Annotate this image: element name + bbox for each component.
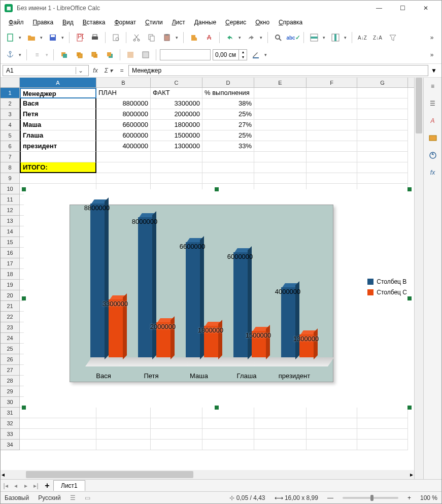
row-header[interactable]: 4 xyxy=(1,120,20,130)
paste-icon[interactable] xyxy=(160,31,174,44)
cell[interactable] xyxy=(307,130,357,141)
cell[interactable] xyxy=(202,429,254,440)
tab-add-icon[interactable]: + xyxy=(41,481,53,490)
row-header[interactable]: 34 xyxy=(1,440,20,450)
tab-next-icon[interactable]: ▸ xyxy=(21,482,31,489)
cell[interactable]: 3300000 xyxy=(151,98,202,109)
cell[interactable] xyxy=(151,152,202,162)
cell[interactable] xyxy=(254,418,307,429)
row-header[interactable]: 9 xyxy=(1,173,20,184)
cell[interactable] xyxy=(254,440,307,450)
open-icon[interactable] xyxy=(25,31,38,44)
row-header[interactable]: 29 xyxy=(1,386,20,397)
cell[interactable] xyxy=(357,440,408,450)
cell[interactable]: % выполнения xyxy=(202,88,254,98)
row-header[interactable]: 3 xyxy=(1,109,20,120)
spinner-down-icon[interactable]: ▾ xyxy=(239,55,247,60)
cell[interactable] xyxy=(307,173,357,184)
cell[interactable] xyxy=(254,109,307,120)
cell[interactable]: Вася xyxy=(20,98,96,109)
menu-file[interactable]: Файл xyxy=(5,17,28,28)
horizontal-scrollbar[interactable]: ◂▸ xyxy=(1,470,414,479)
sidebar-settings-icon[interactable]: ≡ xyxy=(427,81,438,92)
cell[interactable] xyxy=(96,418,151,429)
row-header[interactable]: 33 xyxy=(1,429,20,440)
menu-insert[interactable]: Вставка xyxy=(79,17,110,28)
save-icon[interactable] xyxy=(46,31,59,44)
cell[interactable] xyxy=(96,162,151,173)
new-icon[interactable] xyxy=(4,31,17,44)
cell[interactable]: 38% xyxy=(202,98,254,109)
row-header[interactable]: 28 xyxy=(1,376,20,386)
cell[interactable] xyxy=(202,173,254,184)
status-zoom[interactable]: 100 % xyxy=(420,494,437,501)
cell[interactable] xyxy=(357,88,408,98)
cell[interactable] xyxy=(151,440,202,450)
row-header[interactable]: 27 xyxy=(1,365,20,376)
chart-resize-handle[interactable] xyxy=(407,406,412,410)
cell[interactable] xyxy=(96,429,151,440)
arrange-forward-icon[interactable] xyxy=(73,48,86,61)
cell[interactable]: ПЛАН xyxy=(96,88,151,98)
close-button[interactable]: ✕ xyxy=(414,1,437,15)
cell[interactable] xyxy=(151,429,202,440)
cell[interactable]: 8800000 xyxy=(96,98,151,109)
cell[interactable] xyxy=(202,162,254,173)
print-preview-icon[interactable] xyxy=(109,31,122,44)
cell[interactable]: 25% xyxy=(202,109,254,120)
cell-reference-dropdown-icon[interactable]: ⌄ xyxy=(76,67,85,74)
cell-reference-box[interactable]: A1 ⌄ xyxy=(3,65,89,76)
sidebar-styles-icon[interactable]: A xyxy=(427,115,438,126)
column-header[interactable]: G xyxy=(357,78,408,87)
cell[interactable]: Петя xyxy=(20,109,96,120)
cell[interactable]: 1300000 xyxy=(151,141,202,152)
equals-icon[interactable]: = xyxy=(116,65,127,76)
arrange-front-icon[interactable] xyxy=(57,48,71,61)
cell[interactable]: 27% xyxy=(202,120,254,130)
chart-object[interactable]: 0100000020000003000000400000050000006000… xyxy=(24,189,410,408)
row-header[interactable]: 1 xyxy=(1,88,20,98)
cell[interactable]: 8000000 xyxy=(96,109,151,120)
menu-data[interactable]: Данные xyxy=(190,17,220,28)
row-header[interactable]: 10 xyxy=(1,184,20,194)
row-header[interactable]: 26 xyxy=(1,354,20,365)
cell[interactable] xyxy=(357,120,408,130)
cell[interactable]: президент xyxy=(20,141,96,152)
cell[interactable] xyxy=(96,152,151,162)
vertical-scrollbar[interactable] xyxy=(414,78,423,479)
hscroll-thumb[interactable] xyxy=(26,471,193,478)
select-all-corner[interactable] xyxy=(1,78,20,87)
spellcheck-icon[interactable]: abc✓ xyxy=(287,31,300,44)
cell[interactable] xyxy=(357,162,408,173)
redo-icon[interactable] xyxy=(245,31,258,44)
cell[interactable] xyxy=(357,152,408,162)
tab-prev-icon[interactable]: ◂ xyxy=(11,482,21,489)
column-header[interactable]: B xyxy=(96,78,151,87)
row-header[interactable]: 22 xyxy=(1,312,20,322)
column-header[interactable]: A xyxy=(20,78,96,87)
minimize-button[interactable]: — xyxy=(367,1,391,15)
row-icon[interactable] xyxy=(308,31,321,44)
row-header[interactable]: 11 xyxy=(1,194,20,205)
row-header[interactable]: 20 xyxy=(1,290,20,301)
row-header[interactable]: 12 xyxy=(1,205,20,216)
cell[interactable]: ФАКТ xyxy=(151,88,202,98)
column-header[interactable]: E xyxy=(254,78,307,87)
menu-edit[interactable]: Правка xyxy=(29,17,58,28)
copy-icon[interactable] xyxy=(145,31,158,44)
cell[interactable] xyxy=(254,98,307,109)
row-header[interactable]: 31 xyxy=(1,408,20,418)
cell[interactable]: 4000000 xyxy=(96,141,151,152)
chart-resize-handle[interactable] xyxy=(215,187,219,191)
cell[interactable]: 1800000 xyxy=(151,120,202,130)
cell[interactable] xyxy=(202,408,254,418)
cell[interactable] xyxy=(96,173,151,184)
spinner-up-icon[interactable]: ▴ xyxy=(239,50,247,55)
column-icon[interactable] xyxy=(329,31,342,44)
row-header[interactable]: 2 xyxy=(1,98,20,109)
chart-resize-handle[interactable] xyxy=(407,187,412,191)
line-style-icon[interactable] xyxy=(124,48,137,61)
maximize-button[interactable]: ☐ xyxy=(391,1,414,15)
status-style[interactable]: Базовый xyxy=(5,494,29,501)
cell[interactable] xyxy=(357,141,408,152)
